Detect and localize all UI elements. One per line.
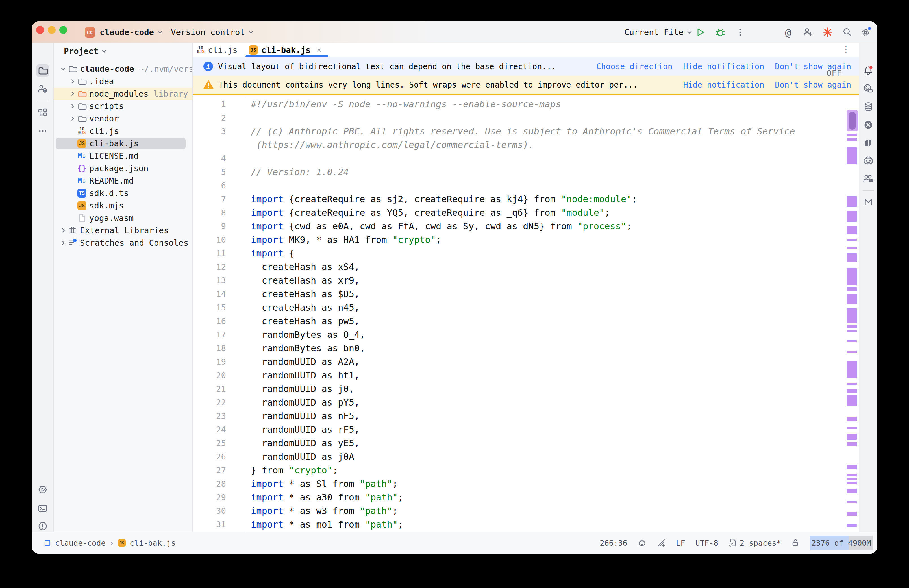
code-line-14[interactable]: 14 createHash as $D5, bbox=[193, 287, 859, 301]
code-line-9[interactable]: 9import {cwd as e0A, cwd as FfA, cwd as … bbox=[193, 220, 859, 233]
code-line-28[interactable]: 28import * as Sl from "path"; bbox=[193, 477, 859, 491]
pull-requests-icon[interactable]: ? bbox=[36, 82, 49, 95]
tree-row-claude-code[interactable]: claude-code~/.nvm/vers bbox=[54, 63, 192, 75]
tab-options-kebab-icon[interactable]: ⋮ bbox=[842, 44, 850, 54]
chevron-right-icon[interactable] bbox=[58, 227, 68, 234]
run-configuration-selector[interactable]: Current File bbox=[624, 21, 693, 43]
code-line-31[interactable]: 31import * as mo1 from "path"; bbox=[193, 518, 859, 531]
code-line-15[interactable]: 15 createHash as n45, bbox=[193, 301, 859, 314]
tree-row-readme-md[interactable]: M↓README.md bbox=[54, 174, 192, 187]
code-line-24[interactable]: 24 randomUUID as rF5, bbox=[193, 423, 859, 436]
project-panel-header[interactable]: Project bbox=[54, 43, 192, 59]
structure-icon[interactable] bbox=[36, 107, 49, 120]
app-logo-badge[interactable]: CC bbox=[85, 27, 95, 37]
robot-widget-icon[interactable] bbox=[638, 538, 647, 547]
chevron-right-icon[interactable] bbox=[68, 103, 77, 109]
banner-action-hide-notification[interactable]: Hide notification bbox=[683, 62, 764, 71]
code-line-8[interactable]: 8import {createRequire as YQ5, createReq… bbox=[193, 206, 859, 220]
chevron-right-icon[interactable] bbox=[68, 90, 77, 97]
close-window-button[interactable] bbox=[36, 26, 44, 34]
read-only-unlock-icon[interactable] bbox=[791, 538, 800, 547]
code-line-20[interactable]: 20 randomUUID as ht1, bbox=[193, 368, 859, 382]
code-line-25[interactable]: 25 randomUUID as yE5, bbox=[193, 436, 859, 450]
code-line-16[interactable]: 16 createHash as pw5, bbox=[193, 314, 859, 328]
chevron-right-icon[interactable] bbox=[58, 240, 68, 246]
pinwheel-plugin-icon[interactable] bbox=[862, 136, 875, 149]
circle-x-plugin-icon[interactable] bbox=[862, 118, 875, 131]
zoom-window-button[interactable] bbox=[59, 26, 67, 34]
code-line-30[interactable]: 30import * as w3 from "path"; bbox=[193, 504, 859, 518]
ai-chat-icon[interactable] bbox=[862, 82, 875, 95]
more-tools-icon[interactable] bbox=[36, 124, 49, 137]
code-line-wrap[interactable]: (https://www.anthropic.com/legal/commerc… bbox=[193, 138, 859, 152]
code-line-12[interactable]: 12 createHash as xS4, bbox=[193, 260, 859, 274]
tab-cli-js[interactable]: 100JScli.js bbox=[193, 43, 245, 57]
code-line-23[interactable]: 23 randomUUID as nF5, bbox=[193, 409, 859, 423]
tree-row-sdk-mjs[interactable]: JSsdk.mjs bbox=[54, 199, 192, 212]
code-editor[interactable]: 1#!/usr/bin/env -S node --no-warnings --… bbox=[193, 95, 859, 531]
close-tab-icon[interactable]: × bbox=[316, 45, 321, 54]
code-line-29[interactable]: 29import * as a30 from "path"; bbox=[193, 491, 859, 504]
banner-action-hide-notification[interactable]: Hide notification bbox=[683, 80, 764, 89]
problems-icon[interactable] bbox=[36, 520, 49, 533]
code-line-22[interactable]: 22 randomUUID as pY5, bbox=[193, 396, 859, 409]
tree-row-scratches-and-consoles[interactable]: Scratches and Consoles bbox=[54, 237, 192, 249]
breadcrumb-file[interactable]: cli-bak.js bbox=[130, 539, 176, 547]
database-icon[interactable] bbox=[862, 100, 875, 113]
code-line-27[interactable]: 27} from "crypto"; bbox=[193, 464, 859, 477]
code-line-11[interactable]: 11import { bbox=[193, 247, 859, 260]
indent-widget[interactable]: 2 spaces* bbox=[728, 538, 781, 548]
chevron-down-icon[interactable] bbox=[58, 66, 68, 72]
ai-assistant-star-icon[interactable] bbox=[821, 26, 835, 39]
banner-action-choose-direction[interactable]: Choose direction bbox=[596, 62, 673, 71]
code-line-1[interactable]: 1#!/usr/bin/env -S node --no-warnings --… bbox=[193, 97, 859, 111]
code-line-3[interactable]: 3// (c) Anthropic PBC. All rights reserv… bbox=[193, 124, 859, 138]
code-line-19[interactable]: 19 randomUUID as A2A, bbox=[193, 355, 859, 368]
code-line-21[interactable]: 21 randomUUID as j0, bbox=[193, 382, 859, 396]
code-line-6[interactable]: 6 bbox=[193, 179, 859, 192]
code-line-7[interactable]: 7import {createRequire as sj2, createReq… bbox=[193, 192, 859, 206]
tree-row-vendor[interactable]: vendor bbox=[54, 112, 192, 125]
tree-row-external-libraries[interactable]: External Libraries bbox=[54, 224, 192, 237]
tree-row-cli-js[interactable]: 100JScli.js bbox=[54, 125, 192, 137]
editor-scrollbar[interactable] bbox=[846, 95, 858, 531]
tree-row-node-modules[interactable]: node_moduleslibrary bbox=[54, 87, 192, 100]
code-line-13[interactable]: 13 createHash as xr9, bbox=[193, 274, 859, 287]
minimize-window-button[interactable] bbox=[48, 26, 56, 34]
add-user-icon[interactable] bbox=[801, 26, 815, 39]
banner-action-don-t-show-again[interactable]: Don't show again bbox=[775, 80, 851, 89]
line-separator-widget[interactable]: LF bbox=[676, 539, 685, 547]
m-plugin-icon[interactable] bbox=[862, 196, 875, 209]
services-run-icon[interactable] bbox=[36, 483, 49, 496]
tree-row-cli-bak-js[interactable]: JScli-bak.js bbox=[54, 137, 192, 150]
code-line-17[interactable]: 17 randomBytes as O_4, bbox=[193, 328, 859, 341]
tree-row-license-md[interactable]: M↓LICENSE.md bbox=[54, 150, 192, 162]
vcs-widget[interactable]: Version control bbox=[171, 21, 254, 43]
code-line-18[interactable]: 18 randomBytes as bn0, bbox=[193, 341, 859, 355]
tree-row--idea[interactable]: .idea bbox=[54, 75, 192, 87]
tree-row-yoga-wasm[interactable]: yoga.wasm bbox=[54, 212, 192, 224]
code-line-5[interactable]: 5// Version: 1.0.24 bbox=[193, 165, 859, 179]
project-folder-icon[interactable] bbox=[36, 64, 49, 77]
tree-row-package-json[interactable]: {}package.json bbox=[54, 162, 192, 174]
code-line-2[interactable]: 2 bbox=[193, 111, 859, 124]
memory-indicator[interactable]: 2376 of 4900M bbox=[810, 536, 873, 550]
caret-position-widget[interactable]: 266:36 bbox=[600, 539, 627, 547]
encoding-widget[interactable]: UTF-8 bbox=[695, 539, 718, 547]
tree-row-sdk-d-ts[interactable]: TSsdk.d.ts bbox=[54, 187, 192, 199]
robot-assistant-icon[interactable] bbox=[862, 155, 875, 168]
debug-button[interactable] bbox=[714, 26, 727, 39]
highlighting-level-widget[interactable]: OFF bbox=[827, 69, 842, 78]
tree-row-scripts[interactable]: scripts bbox=[54, 100, 192, 112]
code-line-4[interactable]: 4 bbox=[193, 152, 859, 165]
more-actions-kebab-icon[interactable] bbox=[733, 26, 747, 39]
breadcrumb-project[interactable]: claude-code bbox=[55, 539, 106, 547]
bell-notifications-icon[interactable] bbox=[862, 64, 875, 77]
chevron-right-icon[interactable] bbox=[68, 78, 77, 84]
no-inspections-pencil-icon[interactable] bbox=[657, 538, 666, 547]
settings-gear-icon[interactable] bbox=[859, 26, 873, 39]
terminal-icon[interactable] bbox=[36, 502, 49, 515]
code-line-10[interactable]: 10import MK9, * as HA1 from "crypto"; bbox=[193, 233, 859, 247]
chevron-right-icon[interactable] bbox=[68, 116, 77, 122]
code-line-26[interactable]: 26 randomUUID as j0A bbox=[193, 450, 859, 464]
